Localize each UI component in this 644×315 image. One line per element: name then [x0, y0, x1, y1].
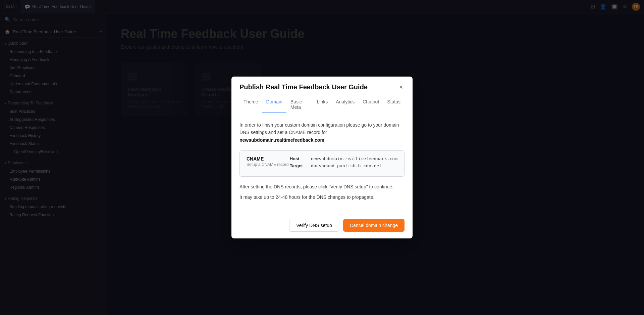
tab-links[interactable]: Links — [313, 96, 332, 113]
description-text-1: In order to finish your custom domain co… — [239, 122, 399, 135]
tab-basic-meta[interactable]: Basic Meta — [286, 96, 313, 113]
cname-subtitle: Setup a CNAME record — [247, 162, 288, 167]
publish-modal: Publish Real Time Feedback User Guide × … — [231, 77, 413, 238]
modal-tabs: Theme Domain Basic Meta Links Analytics … — [231, 96, 413, 113]
cname-target-label: Target — [290, 163, 308, 168]
modal-body: In order to finish your custom domain co… — [231, 113, 413, 212]
cname-target-value: docshound-publish.b-cdn.net — [311, 163, 382, 168]
cancel-domain-button[interactable]: Cancel domain change — [343, 219, 405, 232]
modal-title: Publish Real Time Feedback User Guide — [239, 83, 368, 91]
tab-status[interactable]: Status — [383, 96, 405, 113]
tab-chatbot[interactable]: Chatbot — [359, 96, 383, 113]
modal-description: In order to finish your custom domain co… — [239, 121, 405, 144]
cname-host-value: newsubdomain.realtimefeedback.com — [311, 156, 397, 161]
modal-note-1: After setting the DNS records, please cl… — [239, 183, 405, 190]
modal-close-button[interactable]: × — [398, 83, 405, 91]
tab-analytics[interactable]: Analytics — [332, 96, 359, 113]
cname-host-row: Host newsubdomain.realtimefeedback.com — [290, 156, 397, 161]
cname-target-row: Target docshound-publish.b-cdn.net — [290, 163, 397, 168]
modal-footer: Verify DNS setup Cancel domain change — [231, 212, 413, 238]
modal-note-2: It may take up to 24-48 hours for the DN… — [239, 194, 405, 201]
cname-title: CNAME — [247, 156, 288, 162]
verify-dns-button[interactable]: Verify DNS setup — [289, 219, 339, 232]
modal-overlay: Publish Real Time Feedback User Guide × … — [0, 0, 644, 315]
description-domain: newsubdomain.realtimefeedback.com — [239, 137, 324, 143]
tab-theme[interactable]: Theme — [239, 96, 262, 113]
modal-header: Publish Real Time Feedback User Guide × — [231, 77, 413, 96]
tab-domain[interactable]: Domain — [262, 96, 286, 113]
cname-box: CNAME Setup a CNAME record Host newsubdo… — [239, 150, 405, 177]
cname-host-label: Host — [290, 156, 308, 161]
